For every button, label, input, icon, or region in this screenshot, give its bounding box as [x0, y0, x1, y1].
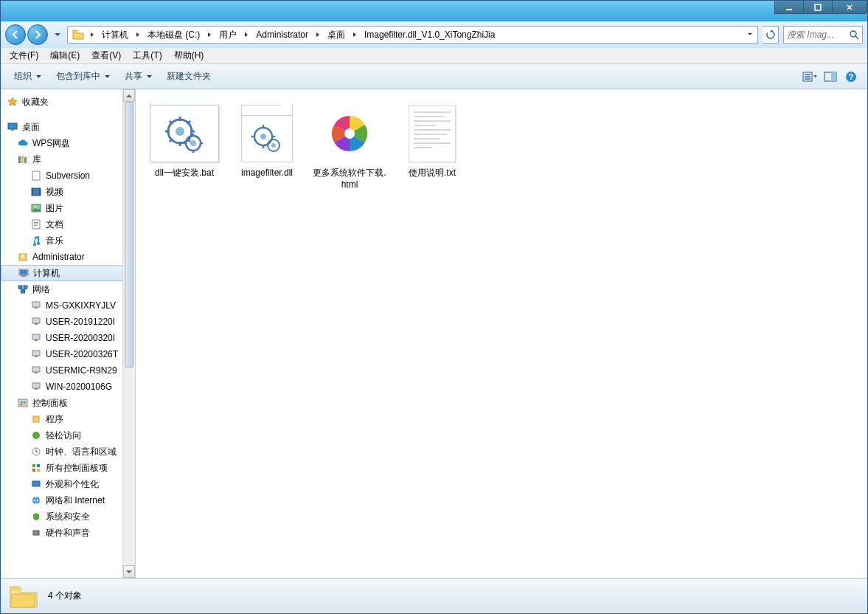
menu-help[interactable]: 帮助(H)	[168, 48, 210, 63]
breadcrumb-seg[interactable]: Administrator	[251, 27, 313, 43]
svg-rect-24	[34, 224, 38, 224]
nav-history-dropdown[interactable]	[52, 24, 63, 45]
sidebar-control-panel[interactable]: 控制面板	[1, 395, 123, 411]
sidebar-label: 控制面板	[32, 397, 68, 410]
svg-rect-42	[32, 367, 40, 372]
search-box[interactable]	[783, 26, 863, 44]
file-item[interactable]: 更多系统软件下载.html	[308, 101, 391, 193]
svg-rect-34	[32, 302, 40, 307]
sidebar-label: 外观和个性化	[46, 478, 99, 491]
view-options-button[interactable]	[799, 67, 820, 86]
breadcrumb-seg[interactable]: Imagefilter.dll_V1.0_XiTongZhiJia	[360, 27, 499, 43]
sidebar-net-item[interactable]: USER-20200326T	[1, 346, 123, 362]
help-button[interactable]: ?	[841, 67, 861, 86]
sidebar-net-item[interactable]: MS-GXKIXRYJLV	[1, 297, 123, 314]
menu-view[interactable]: 查看(V)	[86, 48, 127, 63]
search-icon[interactable]	[849, 30, 859, 40]
network-internet-icon	[30, 494, 42, 506]
svg-point-85	[344, 128, 355, 139]
breadcrumb-arrow-icon[interactable]	[313, 27, 323, 43]
breadcrumb-seg[interactable]: 本地磁盘 (C:)	[143, 27, 204, 43]
sidebar-label: USER-20200320I	[46, 333, 115, 343]
sidebar-libraries[interactable]: 库	[1, 151, 123, 168]
share-button[interactable]: 共享	[117, 67, 159, 86]
sidebar-net-item[interactable]: USER-20191220I	[1, 314, 123, 330]
scroll-down-icon[interactable]	[123, 565, 135, 578]
address-bar[interactable]: 计算机 本地磁盘 (C:) 用户 Administrator 桌面 Imagef…	[67, 26, 758, 44]
sidebar-cp-item[interactable]: 网络和 Internet	[1, 492, 123, 508]
svg-rect-19	[39, 188, 41, 196]
sidebar-wps[interactable]: WPS网盘	[1, 135, 123, 151]
sidebar-label: USER-20191220I	[46, 317, 115, 327]
sidebar-net-item[interactable]: USERMIC-R9N29	[1, 362, 123, 379]
svg-rect-54	[32, 464, 35, 467]
sidebar-desktop[interactable]: 桌面	[1, 119, 123, 135]
refresh-button[interactable]	[763, 26, 779, 44]
sidebar-lib-item[interactable]: 图片	[1, 200, 123, 216]
breadcrumb-arrow-icon[interactable]	[133, 27, 143, 43]
sidebar-cp-item[interactable]: 外观和个性化	[1, 476, 123, 492]
breadcrumb-arrow-icon[interactable]	[241, 27, 251, 43]
svg-rect-43	[35, 372, 38, 373]
file-thumb-dll	[232, 104, 302, 163]
breadcrumb-arrow-icon[interactable]	[204, 27, 215, 43]
scroll-up-icon[interactable]	[123, 89, 135, 102]
breadcrumb-seg[interactable]: 计算机	[97, 27, 133, 43]
sidebar-net-item[interactable]: WIN-20200106G	[1, 379, 123, 395]
sidebar-scrollbar[interactable]	[122, 89, 135, 578]
sidebar-label: 桌面	[22, 121, 40, 134]
sidebar-favorites[interactable]: 收藏夹	[1, 94, 123, 110]
file-label: 使用说明.txt	[409, 168, 456, 179]
maximize-button[interactable]	[803, 1, 833, 14]
video-icon	[30, 186, 42, 198]
sidebar-cp-item[interactable]: 程序	[1, 411, 123, 427]
pc-icon	[30, 365, 42, 376]
scroll-thumb[interactable]	[125, 102, 133, 368]
sidebar-admin[interactable]: Administrator	[1, 249, 123, 265]
svg-point-50	[24, 404, 26, 406]
menu-file[interactable]: 文件(F)	[4, 48, 44, 63]
svg-rect-31	[18, 286, 22, 289]
file-item[interactable]: dll一键安装.bat	[143, 101, 226, 193]
menu-edit[interactable]: 编辑(E)	[44, 48, 86, 63]
sidebar-cp-item[interactable]: 系统和安全	[1, 508, 123, 525]
sidebar-network[interactable]: 网络	[1, 281, 123, 297]
new-folder-button[interactable]: 新建文件夹	[159, 67, 218, 86]
include-in-library-button[interactable]: 包含到库中	[49, 67, 117, 86]
breadcrumb-seg[interactable]: 用户	[215, 27, 241, 43]
file-item[interactable]: imagefilter.dll	[226, 101, 308, 193]
sidebar-cp-item[interactable]: 硬件和声音	[1, 525, 123, 541]
navbar: 计算机 本地磁盘 (C:) 用户 Administrator 桌面 Imagef…	[1, 21, 867, 48]
breadcrumb-arrow-icon[interactable]	[87, 27, 97, 43]
star-icon	[7, 96, 18, 108]
back-button[interactable]	[5, 24, 26, 45]
sidebar-label: 音乐	[46, 235, 63, 247]
sidebar-label: 系统和安全	[46, 511, 90, 523]
scroll-track[interactable]	[123, 102, 135, 565]
sidebar-lib-item[interactable]: Subversion	[1, 168, 123, 184]
close-button[interactable]	[832, 1, 867, 14]
svg-text:?: ?	[849, 72, 854, 81]
menu-tools[interactable]: 工具(T)	[127, 48, 167, 63]
minimize-button[interactable]	[774, 1, 804, 14]
sidebar-lib-item[interactable]: 文档	[1, 216, 123, 232]
preview-pane-button[interactable]	[820, 67, 841, 86]
address-dropdown[interactable]	[743, 27, 756, 43]
sidebar-lib-item[interactable]: 音乐	[1, 232, 123, 249]
sidebar-cp-item[interactable]: 时钟、语言和区域	[1, 444, 123, 460]
forward-button[interactable]	[27, 24, 48, 45]
file-pane[interactable]: dll一键安装.bat	[136, 89, 867, 578]
breadcrumb-seg[interactable]: 桌面	[323, 27, 350, 43]
sidebar-cp-item[interactable]: 轻松访问	[1, 427, 123, 444]
sidebar-lib-item[interactable]: 视频	[1, 184, 123, 200]
file-item[interactable]: 使用说明.txt	[391, 101, 473, 193]
sidebar-cp-item[interactable]: 所有控制面板项	[1, 460, 123, 476]
breadcrumb-arrow-icon[interactable]	[350, 27, 360, 43]
organize-button[interactable]: 组织	[7, 67, 49, 86]
sidebar-net-item[interactable]: USER-20200320I	[1, 330, 123, 346]
network-icon	[17, 283, 29, 295]
sidebar-label: 图片	[46, 202, 63, 215]
sidebar: 收藏夹 桌面 WPS网盘 库 Subv	[1, 89, 136, 578]
search-input[interactable]	[787, 30, 849, 40]
sidebar-computer[interactable]: 计算机	[1, 265, 123, 281]
